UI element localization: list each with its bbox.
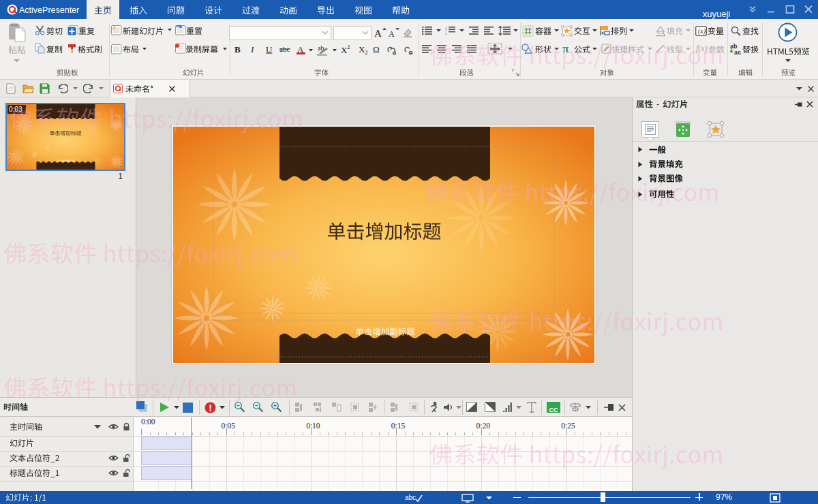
svg-text:abc: abc bbox=[405, 494, 416, 501]
